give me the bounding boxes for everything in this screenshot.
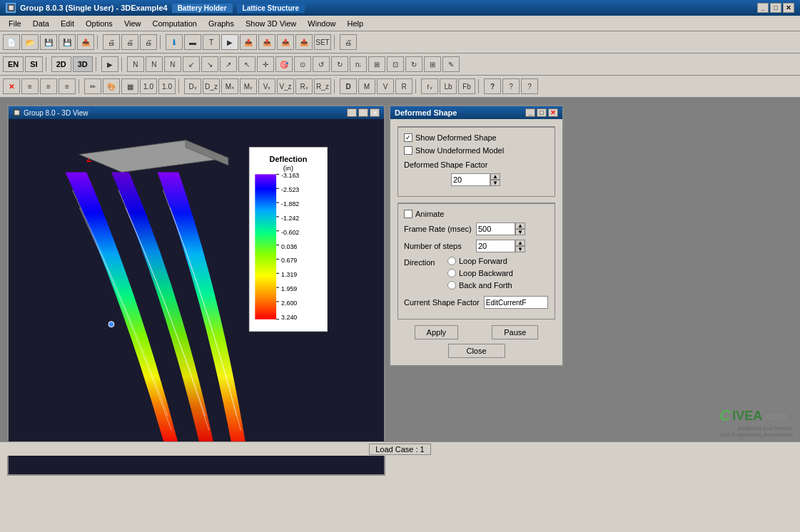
v-btn[interactable]: V (377, 78, 394, 94)
frame-rate-spinbox[interactable]: 500 ▲ ▼ (476, 222, 525, 235)
info-btn[interactable]: ℹ (166, 34, 183, 50)
niter-btn[interactable]: nᵢ (350, 56, 367, 72)
view-restore-btn[interactable]: □ (358, 108, 368, 117)
menu-view[interactable]: View (118, 18, 147, 29)
close-button[interactable]: Close (448, 344, 505, 358)
run-btn[interactable]: ▶ (221, 34, 238, 50)
apply-button[interactable]: Apply (415, 325, 459, 339)
tab1[interactable]: Battery Holder (172, 4, 233, 13)
move-btn[interactable]: ✛ (257, 56, 274, 72)
settings-btn[interactable]: 🖨 (340, 34, 357, 50)
save-btn[interactable]: 💾 (40, 34, 57, 50)
menu-graphs[interactable]: Graphs (203, 18, 240, 29)
back-forth-radio[interactable]: Back and Forth (447, 281, 513, 290)
import-btn[interactable]: 📥 (77, 34, 94, 50)
help-q-btn[interactable]: ? (484, 78, 501, 94)
dy-btn[interactable]: Dᵧ (184, 78, 201, 94)
lines-btn[interactable]: ≡ (21, 78, 39, 94)
num-steps-input[interactable]: 20 (476, 240, 515, 252)
new-btn[interactable]: 📄 (3, 34, 20, 50)
m-btn[interactable]: M (358, 78, 375, 94)
vy-btn[interactable]: Vᵧ (258, 78, 275, 94)
menu-help[interactable]: Help (341, 18, 369, 29)
grid-btn[interactable]: ⊡ (387, 56, 404, 72)
lb-btn[interactable]: Lb (440, 78, 457, 94)
loop-backward-radio[interactable]: Loop Backward (447, 269, 513, 277)
menu-computation[interactable]: Computation (147, 18, 203, 29)
lines3-btn[interactable]: ≡ (59, 78, 76, 94)
refresh-btn[interactable]: ↻ (405, 56, 422, 72)
2d-btn[interactable]: 2D (51, 56, 71, 72)
arr3-btn[interactable]: ↗ (220, 56, 237, 72)
fill-btn[interactable]: ▦ (121, 78, 138, 94)
close-x-btn[interactable]: ✕ (3, 78, 20, 94)
num1-btn[interactable]: 1.0 (140, 78, 157, 94)
num-steps-spinbox[interactable]: 20 ▲ ▼ (476, 240, 525, 252)
current-shape-input[interactable]: EditCurrentF (484, 296, 548, 309)
frame-rate-input[interactable]: 500 (476, 222, 515, 235)
export5-btn[interactable]: SET (314, 34, 331, 50)
export4-btn[interactable]: 📤 (295, 34, 313, 50)
shape-factor-down-btn[interactable]: ▼ (490, 180, 500, 186)
arr4-btn[interactable]: ↖ (238, 56, 255, 72)
ry2-btn[interactable]: rᵧ (421, 78, 438, 94)
shape-factor-spinbox[interactable]: 20 ▲ ▼ (451, 173, 500, 186)
print2-btn[interactable]: 🖨 (121, 34, 138, 50)
mx-btn[interactable]: Mₓ (221, 78, 238, 94)
d-btn[interactable]: D (340, 78, 357, 94)
frame-rate-up-btn[interactable]: ▲ (515, 222, 525, 229)
fb-btn[interactable]: Fb (458, 78, 475, 94)
play-btn[interactable]: ▶ (101, 56, 118, 72)
loop-forward-radio[interactable]: Loop Forward (447, 257, 513, 265)
menu-file[interactable]: File (3, 18, 27, 29)
menu-window[interactable]: Window (302, 18, 341, 29)
ry-btn[interactable]: Rᵧ (295, 78, 313, 94)
tab2[interactable]: Lattice Structure (237, 4, 305, 13)
arr2-btn[interactable]: ↘ (201, 56, 218, 72)
n1-btn[interactable]: N (127, 56, 144, 72)
dz-btn[interactable]: D_z (203, 78, 220, 94)
my-btn[interactable]: Mᵧ (240, 78, 257, 94)
dialog-close-btn[interactable]: ✕ (548, 108, 558, 117)
maximize-btn[interactable]: □ (770, 3, 781, 13)
open-btn[interactable]: 📂 (21, 34, 39, 50)
arr1-btn[interactable]: ↙ (183, 56, 200, 72)
minimize-btn[interactable]: _ (757, 3, 769, 13)
print-btn[interactable]: 🖨 (103, 34, 120, 50)
view-close-btn[interactable]: ✕ (370, 108, 380, 117)
dialog-min-btn[interactable]: _ (525, 108, 535, 117)
n3-btn[interactable]: N (164, 56, 181, 72)
rz-btn[interactable]: R_z (314, 78, 331, 94)
target-btn[interactable]: 🎯 (275, 56, 293, 72)
rot-btn[interactable]: ↺ (313, 56, 330, 72)
menu-options[interactable]: Options (80, 18, 118, 29)
num-steps-up-btn[interactable]: ▲ (515, 240, 525, 246)
table-btn[interactable]: ⊞ (368, 56, 385, 72)
material-btn[interactable]: T (203, 34, 220, 50)
animate-checkbox[interactable]: Animate (404, 210, 444, 218)
num2-btn[interactable]: 1.0 (158, 78, 176, 94)
export2-btn[interactable]: 📤 (258, 34, 275, 50)
export-btn[interactable]: 📤 (240, 34, 257, 50)
en-btn[interactable]: EN (3, 56, 24, 72)
view-minimize-btn[interactable]: _ (347, 108, 357, 117)
n2-btn[interactable]: N (146, 56, 163, 72)
pencil-btn[interactable]: ✎ (442, 56, 460, 72)
3d-btn[interactable]: 3D (73, 56, 93, 72)
export3-btn[interactable]: 📤 (277, 34, 294, 50)
help-q3-btn[interactable]: ? (521, 78, 538, 94)
frame-rate-down-btn[interactable]: ▼ (515, 229, 525, 235)
draw-btn[interactable]: ✏ (84, 78, 101, 94)
color-btn[interactable]: 🎨 (103, 78, 120, 94)
num-steps-down-btn[interactable]: ▼ (515, 246, 525, 252)
show-deformed-checkbox[interactable]: Show Deformed Shape (404, 133, 497, 142)
shape-factor-input[interactable]: 20 (451, 173, 490, 186)
menu-show3d[interactable]: Show 3D View (240, 18, 302, 29)
close-btn[interactable]: ✕ (783, 3, 794, 13)
show-undeformed-checkbox[interactable]: Show Undeformed Model (404, 146, 504, 155)
rot2-btn[interactable]: ↻ (331, 56, 348, 72)
shape-factor-up-btn[interactable]: ▲ (490, 173, 500, 180)
help-q2-btn[interactable]: ? (502, 78, 520, 94)
si-btn[interactable]: SI (25, 56, 42, 72)
dialog-max-btn[interactable]: □ (537, 108, 547, 117)
